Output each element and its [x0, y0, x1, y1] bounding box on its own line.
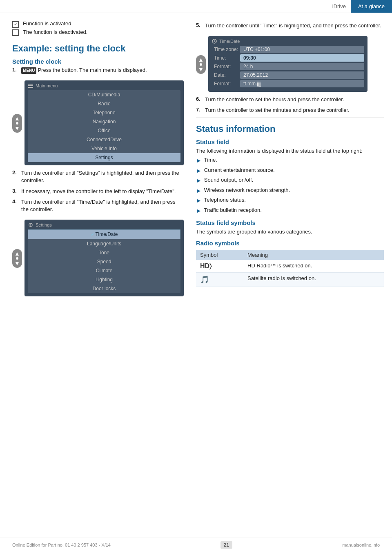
- meaning-satellite: Satellite radio is switched on.: [243, 273, 384, 287]
- menu-item-cd: CD/Multimedia: [28, 90, 180, 99]
- time-value: 09:30: [240, 54, 364, 62]
- example-section-title: Example: setting the clock: [12, 43, 184, 54]
- timedate-row-time: Time: 09:30: [212, 54, 364, 62]
- status-items-list: ► Time. ► Current entertainment source. …: [196, 156, 384, 215]
- step-2-text: Turn the controller until "Settings" is …: [21, 169, 184, 184]
- header-idrive-label: iDrive: [327, 3, 351, 9]
- step-7-num: 7.: [196, 107, 205, 113]
- nav-arrows-settings: ▲ ▼: [12, 249, 22, 268]
- left-column: ✓ Function is activated. The function is…: [0, 20, 192, 300]
- main-menu-title-bar: Main menu: [28, 83, 180, 89]
- main-menu-screen-wrapper: ▲ ▼ Main menu CD/Multimedia Radio Teleph…: [12, 77, 184, 169]
- menu-badge: MENU: [21, 67, 36, 74]
- format2-value: tt.mm.jjjj: [240, 80, 364, 87]
- footer-text: Online Edition for Part no. 01 40 2 957 …: [12, 543, 111, 547]
- status-item-sound: ► Sound output, on/off.: [196, 176, 384, 185]
- menu-item-navigation: Navigation: [28, 117, 180, 126]
- arrow-down-icon-2: ▼: [14, 260, 20, 266]
- arrow-bullet-icon-5: ►: [196, 197, 202, 205]
- svg-point-4: [30, 225, 31, 226]
- arrow-down-icon-3: ▼: [198, 67, 204, 72]
- timedate-screen: Time/Date Time zone: UTC +01:00 Time: 09…: [208, 36, 368, 92]
- arrow-bullet-icon-1: ►: [196, 157, 202, 165]
- timedate-title-bar: Time/Date: [212, 38, 364, 44]
- svg-line-7: [214, 41, 216, 42]
- main-menu-list: CD/Multimedia Radio Telephone Navigation…: [28, 90, 180, 162]
- checked-box-icon: ✓: [12, 21, 21, 27]
- deactivated-label: The function is deactivated.: [23, 29, 87, 35]
- section-divider: [196, 118, 384, 118]
- step-6-num: 6.: [196, 96, 205, 102]
- step-6-text: Turn the controller to set the hours and…: [205, 96, 384, 103]
- step-1: 1. MENUPress the button. The main menu i…: [12, 67, 184, 74]
- settings-screen-title: Settings: [36, 222, 52, 227]
- menu-item-connecteddrive: ConnectedDrive: [28, 135, 180, 144]
- status-item-wireless-text: Wireless network reception strength.: [204, 187, 290, 194]
- status-item-entertainment-text: Current entertainment source.: [204, 167, 275, 174]
- timedate-screen-wrapper: ▲ ▼ Time/Date Time zone: UTC +01:00: [196, 33, 384, 96]
- arrow-up-icon-2: ▲: [14, 251, 20, 256]
- settings-item-doorlocks: Door locks: [28, 284, 180, 293]
- status-item-traffic-text: Traffic bulletin reception.: [204, 207, 262, 214]
- format2-label: Format:: [212, 81, 240, 87]
- step-5: 5. Turn the controller until "Time:" is …: [196, 22, 384, 29]
- status-item-entertainment: ► Current entertainment source.: [196, 167, 384, 175]
- svg-rect-1: [28, 85, 33, 86]
- nav-dot: [16, 122, 18, 125]
- deactivated-bullet: The function is deactivated.: [12, 29, 184, 36]
- arrow-bullet-icon-4: ►: [196, 187, 202, 195]
- menu-item-telephone: Telephone: [28, 108, 180, 117]
- status-item-telephone-text: Telephone status.: [204, 196, 246, 204]
- timedate-row-date: Date: 27.05.2012: [212, 71, 364, 79]
- header-at-a-glance-label: At a glance: [351, 0, 392, 13]
- format1-label: Format:: [212, 64, 240, 69]
- arrow-bullet-icon-6: ►: [196, 207, 202, 215]
- settings-title-bar: Settings: [28, 222, 180, 228]
- date-value: 27.05.2012: [240, 71, 364, 79]
- status-field-desc: The following information is displayed i…: [196, 147, 384, 155]
- step-5-num: 5.: [196, 22, 205, 28]
- arrow-up-icon-3: ▲: [198, 57, 204, 62]
- step-4-num: 4.: [12, 198, 21, 205]
- settings-item-lighting: Lighting: [28, 275, 180, 284]
- status-field-title: Status field: [196, 138, 384, 145]
- step-2-num: 2.: [12, 169, 21, 176]
- status-item-time-text: Time.: [204, 156, 217, 164]
- main-menu-screen: Main menu CD/Multimedia Radio Telephone …: [24, 80, 184, 165]
- arrow-bullet-icon-3: ►: [196, 177, 202, 185]
- step-3: 3. If necessary, move the controller to …: [12, 188, 184, 195]
- symbol-satellite: 🎵: [196, 273, 243, 287]
- symbol-hd: HD〉: [196, 260, 243, 273]
- step-3-num: 3.: [12, 188, 21, 194]
- settings-item-speed: Speed: [28, 257, 180, 266]
- svg-rect-2: [28, 87, 33, 88]
- timedate-screen-title: Time/Date: [219, 39, 240, 44]
- date-label: Date:: [212, 72, 240, 78]
- header: iDrive At a glance: [0, 0, 392, 13]
- meaning-hd: HD Radio™ is switched on.: [243, 260, 384, 273]
- page-number: 21: [220, 541, 232, 549]
- nav-arrows-timedate: ▲ ▼: [196, 55, 206, 74]
- timedate-icon: [212, 38, 217, 44]
- main-content: ✓ Function is activated. The function is…: [0, 13, 392, 300]
- menu-icon: [28, 83, 33, 89]
- radio-symbols-title: Radio symbols: [196, 240, 384, 247]
- status-section-title: Status information: [196, 124, 384, 134]
- step-7: 7. Turn the controller to set the minute…: [196, 107, 384, 114]
- menu-item-radio: Radio: [28, 99, 180, 108]
- empty-box-icon: [12, 29, 21, 36]
- activated-label: Function is activated.: [23, 20, 73, 27]
- main-menu-screen-title: Main menu: [36, 83, 58, 88]
- step-3-text: If necessary, move the controller to the…: [21, 188, 184, 195]
- settings-item-language: Language/Units: [28, 239, 180, 248]
- settings-item-timedate: ✓ Time/Date: [28, 229, 180, 239]
- footer-logo: manualsonline.info: [342, 543, 380, 547]
- step-4: 4. Turn the controller until "Time/Date"…: [12, 198, 184, 213]
- arrow-bullet-icon-2: ►: [196, 167, 202, 175]
- nav-arrows-left: ▲ ▼: [12, 114, 22, 133]
- table-row: HD〉 HD Radio™ is switched on.: [196, 260, 384, 273]
- step-6: 6. Turn the controller to set the hours …: [196, 96, 384, 103]
- svg-rect-0: [28, 84, 33, 85]
- settings-screen: Settings ✓ Time/Date Language/Units Tone…: [24, 220, 184, 296]
- activated-bullet: ✓ Function is activated.: [12, 20, 184, 27]
